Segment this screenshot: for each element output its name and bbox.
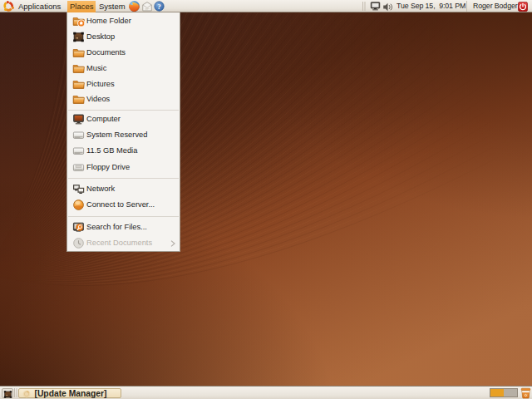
svg-text:?: ? <box>157 2 160 11</box>
